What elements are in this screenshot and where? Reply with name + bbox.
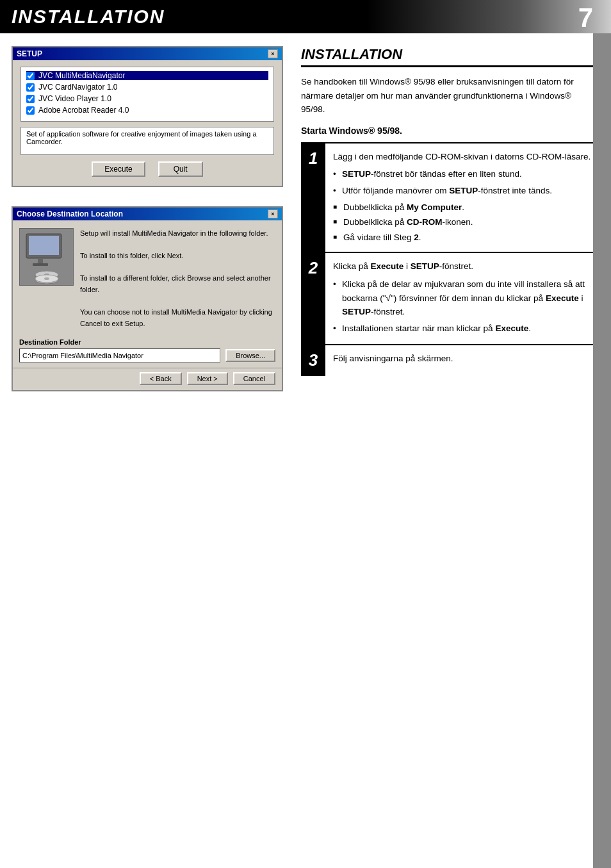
checkbox-videoplayer[interactable] (26, 95, 35, 103)
section-title: INSTALLATION (301, 46, 596, 67)
step-2-bullets: Klicka på de delar av mjukvaran som du i… (333, 277, 596, 335)
checkbox-label-multimedia: JVC MultiMediaNavigator (38, 71, 125, 80)
dest-line-1: Setup will install MultiMedia Navigator … (80, 228, 275, 240)
description-text: Set of application software for creative… (26, 130, 257, 145)
step-1-bullets: SETUP-fönstret bör tändas efter en liten… (333, 167, 596, 197)
dest-line-3: To install to a different folder, click … (80, 273, 275, 295)
step-3-number: 3 (301, 345, 325, 376)
checkbox-item-acrobat[interactable]: Adobe Acrobat Reader 4.0 (26, 106, 268, 115)
checkbox-acrobat[interactable] (26, 106, 35, 115)
dest-line-4: You can choose not to install MultiMedia… (80, 307, 275, 329)
step-2-main: Klicka på Execute i SETUP-fönstret. (333, 259, 596, 274)
quit-button[interactable]: Quit (158, 161, 203, 177)
dest-instructions: Setup will install MultiMedia Navigator … (80, 228, 275, 329)
dest-illustration (20, 229, 74, 286)
dest-title: Choose Destination Location (17, 209, 123, 218)
header-bar: INSTALLATION 7 (0, 0, 611, 33)
step-2-bullet-1: Klicka på de delar av mjukvaran som du i… (333, 277, 596, 319)
back-button[interactable]: < Back (140, 372, 182, 385)
checkbox-cardnav[interactable] (26, 83, 35, 92)
sidebar-accent (593, 33, 611, 868)
execute-button[interactable]: Execute (92, 161, 145, 177)
svg-rect-3 (33, 263, 48, 266)
setup-window: SETUP × JVC MultiMediaNavigator JVC Card… (12, 46, 283, 187)
step-1-sub-1: Dubbelklicka på My Computer. (333, 201, 596, 215)
step-1-block: 1 Lägg i den medföljande CD-ROM-skivan i… (301, 142, 596, 252)
dest-titlebar-buttons: × (268, 209, 278, 218)
dest-path-input[interactable] (19, 348, 220, 363)
dest-body: Setup will install MultiMedia Navigator … (13, 220, 282, 336)
description-box: Set of application software for creative… (20, 127, 274, 155)
checkbox-list: JVC MultiMediaNavigator JVC CardNavigato… (20, 67, 274, 122)
checkbox-item-videoplayer[interactable]: JVC Video Player 1.0 (26, 94, 268, 103)
dest-close-button[interactable]: × (268, 209, 278, 218)
checkbox-label-cardnav: JVC CardNavigator 1.0 (38, 83, 117, 92)
main-layout: SETUP × JVC MultiMediaNavigator JVC Card… (0, 33, 611, 404)
step-3-main: Följ anvisningarna på skärmen. (333, 352, 596, 366)
step-2-content: Klicka på Execute i SETUP-fönstret. Klic… (325, 253, 596, 344)
step-1-bullet-1: SETUP-fönstret bör tändas efter en liten… (333, 167, 596, 181)
step-2-number: 2 (301, 253, 325, 344)
dest-line-2: To install to this folder, click Next. (80, 250, 275, 262)
step-1-main: Lägg i den medföljande CD-ROM-skivan i d… (333, 150, 596, 164)
svg-point-9 (44, 277, 49, 280)
step-3-content: Följ anvisningarna på skärmen. (325, 345, 596, 376)
setup-title: SETUP (17, 49, 42, 58)
close-button[interactable]: × (268, 49, 278, 58)
svg-rect-1 (29, 236, 59, 255)
step-1-sub-3: Gå vidare till Steg 2. (333, 231, 596, 245)
destination-window: Choose Destination Location × (12, 206, 283, 391)
header-title: INSTALLATION (12, 6, 165, 28)
setup-body: JVC MultiMediaNavigator JVC CardNavigato… (13, 60, 282, 186)
dest-titlebar: Choose Destination Location × (13, 208, 282, 220)
step-3-block: 3 Följ anvisningarna på skärmen. (301, 344, 596, 376)
checkbox-item-multimedia[interactable]: JVC MultiMediaNavigator (26, 71, 268, 80)
step-1-number: 1 (301, 143, 325, 252)
step-1-sub-bullets: Dubbelklicka på My Computer. Dubbelklick… (333, 201, 596, 245)
dest-path-row: Browse... (13, 348, 282, 368)
intro-text: Se handboken till Windows® 95/98 eller b… (301, 75, 596, 117)
next-button[interactable]: Next > (187, 372, 228, 385)
header-page-number: 7 (578, 3, 593, 33)
step-2-block: 2 Klicka på Execute i SETUP-fönstret. Kl… (301, 252, 596, 344)
dest-bottom-buttons: < Back Next > Cancel (13, 368, 282, 390)
dest-image (19, 228, 74, 286)
titlebar-buttons: × (268, 49, 278, 58)
step-2-bullet-2: Installationen startar när man klickar p… (333, 322, 596, 336)
setup-buttons: Execute Quit (20, 161, 274, 179)
step-1-sub-2: Dubbelklicka på CD-ROM-ikonen. (333, 215, 596, 229)
setup-titlebar: SETUP × (13, 47, 282, 60)
left-column: SETUP × JVC MultiMediaNavigator JVC Card… (0, 33, 295, 404)
checkbox-label-acrobat: Adobe Acrobat Reader 4.0 (38, 106, 129, 115)
checkbox-item-cardnav[interactable]: JVC CardNavigator 1.0 (26, 83, 268, 92)
checkbox-label-videoplayer: JVC Video Player 1.0 (38, 94, 111, 103)
dest-folder-label: Destination Folder (13, 336, 282, 348)
checkbox-multimedia[interactable] (26, 72, 35, 80)
step-1-bullet-2: Utför följande manövrer om SETUP-fönstre… (333, 184, 596, 198)
cancel-button[interactable]: Cancel (233, 372, 275, 385)
svg-rect-2 (38, 258, 43, 263)
sub-heading: Starta Windows® 95/98. (301, 126, 596, 136)
browse-button[interactable]: Browse... (225, 349, 275, 362)
step-1-content: Lägg i den medföljande CD-ROM-skivan i d… (325, 143, 596, 252)
right-column: INSTALLATION Se handboken till Windows® … (295, 33, 611, 404)
